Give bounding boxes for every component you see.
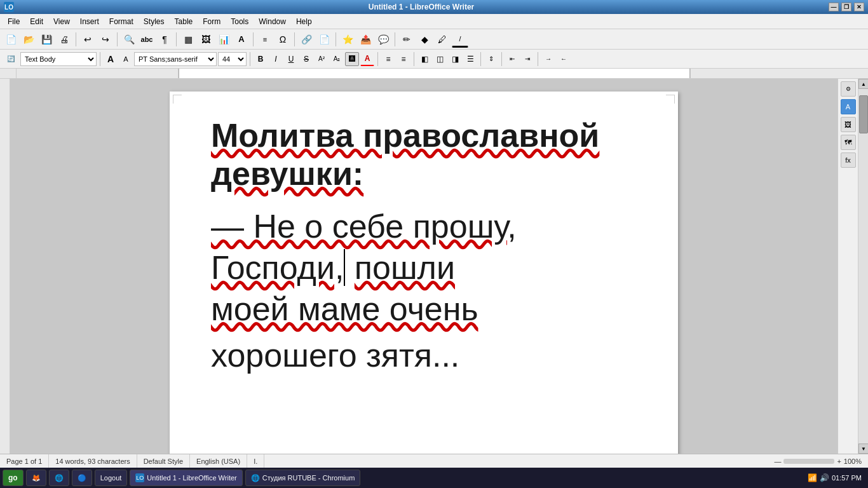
line-color-button[interactable]: / [452, 31, 468, 48]
document-heading[interactable]: Молитва православной девушки: [211, 117, 637, 193]
redo-button[interactable]: ↪ [97, 31, 114, 48]
sidebar-gallery-button[interactable]: 🖼 [841, 117, 856, 132]
textbox-button[interactable]: A [233, 31, 250, 48]
main-toolbar: 📄 📂 💾 🖨 ↩ ↪ 🔍 abc ¶ ▦ 🖼 📊 A ≡ Ω 🔗 📄 ⭐ 📤 … [0, 29, 868, 50]
font-name-select[interactable]: PT Sans;sans-serif [134, 52, 217, 66]
spellcheck-button[interactable]: abc [139, 31, 155, 48]
bullets-button[interactable]: ≡ [381, 52, 395, 66]
chart-button[interactable]: 📊 [215, 31, 232, 48]
shape-button[interactable]: ◆ [416, 31, 433, 48]
sidebar-functions-button[interactable]: fx [841, 152, 856, 168]
align-left-button[interactable]: ◧ [417, 52, 431, 66]
document-area[interactable]: Молитва православной девушки: — Не о себ… [10, 79, 837, 454]
scroll-up-button[interactable]: ▲ [858, 79, 868, 89]
paragraph-marks-button[interactable]: ¶ [156, 31, 173, 48]
scroll-track[interactable] [858, 89, 868, 444]
paragraph-style-select[interactable]: Text Body [20, 52, 97, 66]
hyperlink-button[interactable]: 🔗 [298, 31, 315, 48]
sidebar-properties-button[interactable]: ⚙ [841, 81, 856, 97]
body-line4: хорошего зятя... [211, 330, 637, 376]
font-color-button[interactable]: A [360, 52, 374, 66]
align-center-button[interactable]: ◫ [433, 52, 447, 66]
zoom-out-button[interactable]: — [774, 458, 781, 465]
volume-icon: 🔊 [820, 473, 829, 482]
superscript-button[interactable]: A² [315, 52, 329, 66]
style-text: Default Style [144, 458, 183, 465]
indent-increase-button[interactable]: ⇥ [520, 52, 534, 66]
clock-display: 01:57 PM [832, 474, 862, 482]
new-button[interactable]: 📄 [3, 31, 19, 48]
scroll-down-button[interactable]: ▼ [858, 444, 868, 454]
zoom-controls[interactable]: — + 100% [768, 454, 868, 468]
ltr-button[interactable]: → [541, 52, 555, 66]
chrome-icon: 🌐 [55, 474, 64, 482]
sidebar-navigator-button[interactable]: 🗺 [841, 135, 856, 150]
menu-help[interactable]: Help [291, 16, 317, 27]
menu-styles[interactable]: Styles [139, 16, 170, 27]
bold-button[interactable]: B [254, 52, 268, 66]
logout-button[interactable]: Logout [95, 470, 128, 486]
minimize-button[interactable]: — [829, 3, 839, 11]
scroll-thumb[interactable] [859, 95, 868, 133]
start-button[interactable]: go [3, 470, 24, 486]
subscript-button[interactable]: A₂ [330, 52, 344, 66]
style-update-button[interactable]: 🔄 [3, 51, 19, 67]
numbering-button[interactable]: ≡ [397, 52, 410, 66]
case-button[interactable]: 🅰 [345, 52, 359, 66]
menu-file[interactable]: File [3, 16, 25, 27]
body-line3: моей маме очень [211, 288, 637, 330]
sep-fmt7 [538, 52, 538, 66]
align-right-button[interactable]: ◨ [448, 52, 462, 66]
font-increase-button[interactable]: A [104, 52, 118, 66]
align-justify-button[interactable]: ☰ [463, 52, 477, 66]
sidebar-styles-button[interactable]: A [841, 99, 856, 114]
underline-button[interactable]: U [284, 52, 298, 66]
close-button[interactable]: ✕ [854, 3, 864, 11]
rtl-button[interactable]: ← [557, 52, 571, 66]
taskbar-files-button[interactable]: 🔵 [72, 470, 92, 486]
draw-button[interactable]: ✏ [398, 31, 415, 48]
formatting-toolbar: 🔄 Text Body A A PT Sans;sans-serif 44 B … [0, 50, 868, 69]
menu-tools[interactable]: Tools [226, 16, 254, 27]
restore-button[interactable]: ❐ [841, 3, 851, 11]
strikethrough-button[interactable]: S [299, 52, 313, 66]
menu-window[interactable]: Window [254, 16, 291, 27]
comment-button[interactable]: 💬 [375, 31, 391, 48]
footnote-button[interactable]: 📄 [316, 31, 332, 48]
browser-taskbar-button[interactable]: 🌐 Студия RUTUBE - Chromium [245, 470, 361, 486]
libreoffice-taskbar-button[interactable]: LO Untitled 1 - LibreOffice Writer [130, 470, 242, 486]
font-decrease-button[interactable]: A [119, 52, 133, 66]
find-button[interactable]: 🔍 [121, 31, 137, 48]
document-page[interactable]: Молитва православной девушки: — Не о себ… [170, 92, 678, 454]
menu-edit[interactable]: Edit [25, 16, 48, 27]
menu-view[interactable]: View [48, 16, 75, 27]
zoom-slider[interactable] [783, 459, 834, 464]
menu-table[interactable]: Table [170, 16, 198, 27]
taskbar-chrome-button[interactable]: 🌐 [49, 470, 69, 486]
open-button[interactable]: 📂 [20, 31, 37, 48]
document-body[interactable]: — Не о себе прошу, Господи, пошли моей м… [211, 206, 637, 376]
sep-fmt6 [501, 52, 502, 66]
menu-format[interactable]: Format [104, 16, 139, 27]
image-button[interactable]: 🖼 [198, 31, 214, 48]
line-spacing-button[interactable]: ⇕ [484, 52, 498, 66]
export-button[interactable]: 📤 [357, 31, 374, 48]
italic-button[interactable]: I [269, 52, 283, 66]
menu-insert[interactable]: Insert [75, 16, 104, 27]
horizontal-ruler [17, 69, 868, 79]
pen-button[interactable]: 🖊 [434, 31, 451, 48]
indent-decrease-button[interactable]: ⇤ [505, 52, 519, 66]
special-char-button[interactable]: Ω [275, 31, 291, 48]
save-button[interactable]: 💾 [38, 31, 55, 48]
styles-button[interactable]: ≡ [257, 31, 273, 48]
menu-form[interactable]: Form [198, 16, 226, 27]
undo-button[interactable]: ↩ [79, 31, 96, 48]
table-button[interactable]: ▦ [180, 31, 196, 48]
taskbar-firefox-button[interactable]: 🦊 [26, 470, 46, 486]
font-size-select[interactable]: 44 [218, 52, 247, 66]
print-button[interactable]: 🖨 [56, 31, 72, 48]
sep2 [117, 32, 118, 46]
vertical-scrollbar[interactable]: ▲ ▼ [858, 79, 868, 454]
zoom-in-button[interactable]: + [837, 458, 841, 465]
star-button[interactable]: ⭐ [339, 31, 356, 48]
